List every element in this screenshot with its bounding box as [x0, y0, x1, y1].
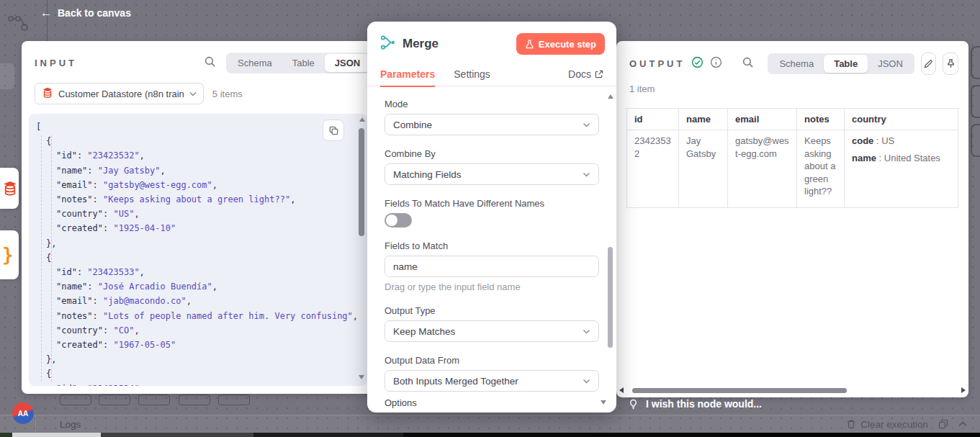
output-items-count: 1 item	[629, 84, 968, 94]
fields-to-match-helper: Drag or type the input field name	[385, 281, 599, 292]
input-source-select[interactable]: Customer Datastore (n8n train	[35, 83, 204, 104]
chevron-up-icon[interactable]	[958, 421, 967, 427]
tab-json[interactable]: JSON	[868, 55, 913, 73]
canvas-node-ghost	[971, 46, 980, 79]
tab-table[interactable]: Table	[282, 54, 325, 72]
tab-settings[interactable]: Settings	[454, 62, 490, 86]
parameters-form: Mode Combine Combine By Matching Fields …	[367, 90, 616, 413]
node-settings-dialog: Merge Execute step Parameters Settings D…	[367, 22, 616, 413]
tab-schema[interactable]: Schema	[769, 55, 824, 73]
output-type-select[interactable]: Keep Matches	[385, 320, 599, 342]
info-icon[interactable]	[710, 56, 722, 71]
logs-bar[interactable]: Logs Clear execution	[0, 415, 980, 433]
column-header-id[interactable]: id	[627, 109, 679, 130]
input-source-label: Customer Datastore (n8n train	[58, 89, 184, 99]
datastore-icon	[2, 181, 18, 197]
mode-select[interactable]: Combine	[385, 114, 599, 135]
field-label-fields-to-match: Fields to Match	[385, 240, 599, 251]
pin-data-button[interactable]	[943, 53, 958, 75]
input-node-card-datastore[interactable]	[0, 168, 19, 209]
back-to-canvas-button[interactable]: ← Back to canvas	[40, 7, 131, 19]
copy-icon[interactable]	[323, 120, 344, 141]
success-check-icon	[691, 56, 703, 71]
scroll-up-arrow[interactable]	[359, 117, 365, 122]
scroll-right-arrow[interactable]	[961, 387, 966, 393]
clear-execution-button[interactable]: Clear execution	[846, 419, 928, 430]
tab-parameters[interactable]: Parameters	[380, 62, 435, 86]
search-icon[interactable]	[204, 55, 216, 71]
divider	[35, 415, 36, 433]
field-label-output-data-from: Output Data From	[385, 355, 599, 366]
execute-step-button[interactable]: Execute step	[516, 33, 605, 55]
output-panel-title: OUTPUT	[629, 58, 685, 69]
dialog-scrollbar[interactable]	[606, 92, 615, 408]
scroll-down-arrow[interactable]	[359, 375, 364, 379]
scrollbar-thumb[interactable]	[359, 128, 364, 236]
output-panel: OUTPUT Schema Table JSON	[616, 41, 968, 397]
docs-link[interactable]: Docs	[568, 62, 603, 86]
search-icon[interactable]	[742, 56, 754, 71]
logs-label: Logs	[60, 419, 81, 430]
json-code: [{"id": "23423532","name": "Jay Gatsby",…	[29, 114, 367, 386]
output-table: id name email notes country 23423532 Jay…	[626, 108, 958, 383]
field-label-different-names: Fields To Match Have Different Names	[385, 198, 599, 209]
options-section-label: Options	[385, 397, 599, 408]
output-horizontal-scrollbar[interactable]	[619, 386, 966, 395]
column-header-email[interactable]: email	[728, 109, 797, 130]
tab-json[interactable]: JSON	[325, 54, 370, 72]
column-header-name[interactable]: name	[679, 109, 728, 130]
cell-country: code : US name : United States	[845, 130, 958, 208]
external-link-icon	[595, 70, 603, 78]
table-header-row: id name email notes country	[627, 109, 958, 130]
chevron-down-icon	[583, 122, 590, 127]
node-feedback-label: I wish this node would...	[646, 398, 762, 410]
input-node-card-set[interactable]: }	[0, 230, 19, 279]
cell-email: gatsby@west-egg.com	[728, 130, 797, 208]
canvas-node-ghost	[971, 85, 980, 118]
canvas-control-ghost	[179, 395, 210, 405]
open-in-window-icon[interactable]	[938, 419, 948, 429]
column-header-country[interactable]: country	[845, 109, 958, 130]
avatar[interactable]: AA	[12, 402, 34, 424]
tab-table[interactable]: Table	[824, 55, 868, 73]
canvas-control-ghost	[60, 395, 91, 405]
workflow-nodes-icon	[7, 13, 32, 37]
field-label-combine-by: Combine By	[385, 148, 599, 159]
chevron-down-icon	[189, 91, 197, 96]
canvas-control-ghost	[218, 395, 250, 405]
fields-to-match-input[interactable]: name	[385, 256, 599, 277]
cell-id: 23423532	[627, 130, 679, 208]
node-feedback-button[interactable]: I wish this node would...	[628, 398, 762, 410]
merge-node-icon	[380, 35, 396, 53]
json-viewer: [{"id": "23423532","name": "Jay Gatsby",…	[29, 114, 367, 386]
field-label-output-type: Output Type	[385, 305, 599, 316]
scrollbar-thumb[interactable]	[632, 388, 847, 393]
back-arrow-icon: ←	[40, 7, 52, 19]
trash-icon	[846, 419, 856, 429]
chevron-down-icon	[583, 379, 590, 384]
canvas-node-ghost	[971, 124, 980, 157]
table-row[interactable]: 23423532 Jay Gatsby gatsby@west-egg.com …	[627, 130, 958, 208]
combine-by-select[interactable]: Matching Fields	[385, 163, 599, 185]
toggle-knob	[386, 215, 397, 226]
lightbulb-icon	[628, 399, 639, 410]
chevron-down-icon	[583, 172, 590, 177]
json-vertical-scrollbar[interactable]	[357, 115, 367, 384]
cell-name: Jay Gatsby	[679, 130, 728, 208]
column-header-notes[interactable]: notes	[797, 109, 845, 130]
back-to-canvas-label: Back to canvas	[58, 7, 131, 19]
input-display-mode-tabs: Schema Table JSON	[226, 53, 372, 73]
tab-schema[interactable]: Schema	[228, 54, 282, 72]
taskbar-strip	[0, 433, 980, 437]
scroll-down-indicator[interactable]	[601, 400, 606, 405]
scrollbar-thumb[interactable]	[608, 247, 613, 348]
output-data-from-select[interactable]: Both Inputs Merged Together	[385, 370, 599, 392]
node-title: Merge	[403, 37, 510, 51]
canvas-control-ghost	[138, 395, 170, 405]
scroll-left-arrow[interactable]	[619, 387, 624, 393]
scroll-up-arrow[interactable]	[608, 94, 613, 99]
chevron-down-icon	[583, 329, 590, 334]
different-names-toggle[interactable]	[385, 213, 412, 227]
edit-output-button[interactable]	[921, 53, 937, 75]
canvas-node-ghost	[0, 63, 14, 89]
